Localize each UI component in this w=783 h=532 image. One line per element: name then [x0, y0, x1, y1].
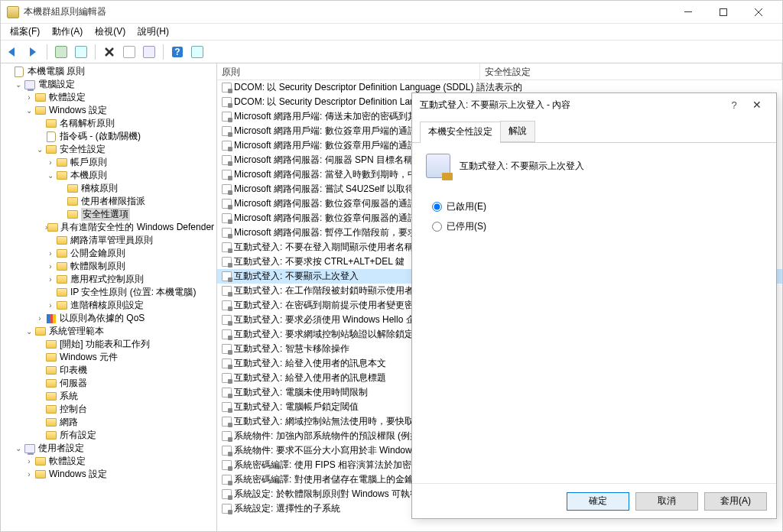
show-hide-tree-button[interactable] [72, 43, 90, 61]
policy-item-icon [220, 125, 232, 138]
menubar: 檔案(F) 動作(A) 檢視(V) 說明(H) [1, 24, 782, 41]
menu-help[interactable]: 說明(H) [132, 24, 175, 40]
svg-text:?: ? [174, 47, 180, 57]
app-icon [7, 6, 19, 18]
tree-user-config[interactable]: ⌄使用者設定 [2, 442, 216, 455]
apply-button[interactable]: 套用(A) [704, 492, 767, 511]
list-item-label: 互動式登入: 在工作階段被封鎖時顯示使用者資訊 [234, 284, 432, 297]
properties-dialog: 互動式登入: 不要顯示上次登入 - 內容 ? ✕ 本機安全性設定 解說 互動式登… [411, 92, 777, 519]
tree-pane[interactable]: 本機電腦 原則 ⌄電腦設定 ›軟體設定 ⌄Windows 設定 名稱解析原則 指… [1, 63, 217, 531]
tree-security-settings[interactable]: ⌄安全性設定 [2, 143, 216, 156]
tree-qos[interactable]: ›以原則為依據的 QoS [2, 312, 216, 325]
list-item-label: 互動式登入: 給登入使用者的訊息標題 [234, 371, 386, 384]
help-button[interactable]: ? [168, 43, 187, 61]
tree-admin-templates[interactable]: ⌄系統管理範本 [2, 325, 216, 338]
tree-software-settings-user[interactable]: ›軟體設定 [2, 455, 216, 468]
ok-button[interactable]: 確定 [567, 492, 629, 511]
tree-software-settings[interactable]: ›軟體設定 [2, 91, 216, 104]
tree-all-settings[interactable]: 所有設定 [2, 429, 216, 442]
radio-disabled[interactable]: 已停用(S) [432, 216, 762, 236]
titlebar: 本機群組原則編輯器 [1, 1, 782, 24]
policy-item-icon [220, 212, 232, 225]
back-button[interactable] [4, 43, 22, 61]
dialog-close-button[interactable]: ✕ [746, 99, 768, 111]
dialog-help-button[interactable]: ? [723, 99, 746, 111]
policy-item-icon [220, 372, 232, 384]
minimize-button[interactable] [671, 1, 706, 24]
policy-item-icon [220, 387, 232, 399]
export-button[interactable] [140, 43, 158, 61]
policy-item-icon [220, 183, 232, 196]
policy-item-icon [220, 96, 232, 109]
tree-printers[interactable]: 印表機 [2, 364, 216, 377]
policy-name-label: 互動式登入: 不要顯示上次登入 [460, 160, 584, 173]
dialog-body: 互動式登入: 不要顯示上次登入 已啟用(E) 已停用(S) [412, 143, 776, 483]
tree-computer-config[interactable]: ⌄電腦設定 [2, 78, 216, 91]
policy-item-icon [220, 430, 232, 443]
tree-win-components[interactable]: Windows 元件 [2, 351, 216, 364]
delete-button[interactable] [100, 43, 119, 61]
tree-system[interactable]: 系統 [2, 390, 216, 403]
list-item-label: 互動式登入: 智慧卡移除操作 [234, 342, 349, 355]
policy-item-icon [220, 329, 232, 341]
tree-windows-settings-user[interactable]: ›Windows 設定 [2, 468, 216, 481]
close-button[interactable] [741, 1, 776, 24]
policy-item-icon [220, 198, 232, 210]
policy-item-icon [220, 459, 232, 472]
toolbar-separator [47, 44, 47, 60]
filter-button[interactable] [188, 43, 206, 61]
tree-name-resolution[interactable]: 名稱解析原則 [2, 117, 216, 130]
svg-rect-0 [684, 11, 692, 12]
list-item-label: 互動式登入: 電腦未使用時間限制 [234, 386, 368, 399]
policy-item-icon [220, 474, 232, 486]
policy-item-icon [220, 401, 232, 414]
forward-button[interactable] [24, 43, 42, 61]
tree-adv-audit[interactable]: ›進階稽核原則設定 [2, 299, 216, 312]
col-security[interactable]: 安全性設定 [480, 63, 782, 79]
tree-user-rights[interactable]: 使用者權限指派 [2, 195, 216, 208]
radio-enabled[interactable]: 已啟用(E) [432, 196, 762, 216]
tab-local-security[interactable]: 本機安全性設定 [420, 122, 501, 143]
radio-enabled-input[interactable] [432, 202, 442, 212]
tree-public-key[interactable]: ›公開金鑰原則 [2, 247, 216, 260]
tree-network-list[interactable]: 網路清單管理員原則 [2, 234, 216, 247]
policy-item-icon [220, 154, 232, 167]
radio-disabled-input[interactable] [432, 222, 442, 232]
up-button[interactable] [52, 43, 70, 61]
svg-rect-1 [720, 8, 727, 15]
tree-scripts[interactable]: 指令碼 - (啟動/關機) [2, 130, 216, 143]
tree-local-policies[interactable]: ⌄本機原則 [2, 169, 216, 182]
tree-ip-security[interactable]: IP 安全性原則 (位置: 本機電腦) [2, 286, 216, 299]
tree-server[interactable]: 伺服器 [2, 377, 216, 390]
list-item-label: 互動式登入: 要求網域控制站驗證以解除鎖定工作站 [234, 328, 441, 341]
tree-account-policies[interactable]: ›帳戶原則 [2, 156, 216, 169]
policy-item-icon [220, 314, 232, 326]
list-item-label: 互動式登入: 不要在登入期間顯示使用者名稱 [234, 241, 414, 254]
menu-file[interactable]: 檔案(F) [4, 24, 46, 40]
dialog-tabs: 本機安全性設定 解說 [412, 116, 776, 143]
col-policy[interactable]: 原則 [217, 63, 480, 79]
tree-software-restrict[interactable]: ›軟體限制原則 [2, 260, 216, 273]
cancel-button[interactable]: 取消 [635, 492, 698, 511]
tree-security-options[interactable]: 安全性選項 [2, 208, 216, 221]
toolbar-separator [163, 44, 164, 60]
tree-start-menu[interactable]: [開始] 功能表和工作列 [2, 338, 216, 351]
list-item-label: 互動式登入: 不要求按 CTRL+ALT+DEL 鍵 [234, 255, 404, 268]
tree-adv-firewall[interactable]: ›具有進階安全性的 Windows Defender 防火牆 [2, 221, 216, 234]
radio-group: 已啟用(E) 已停用(S) [432, 196, 762, 236]
policy-item-icon [220, 227, 232, 239]
tree-audit-policy[interactable]: 稽核原則 [2, 182, 216, 195]
menu-action[interactable]: 動作(A) [46, 24, 89, 40]
tree-root[interactable]: 本機電腦 原則 [2, 65, 216, 78]
tab-explain[interactable]: 解說 [500, 121, 535, 142]
maximize-button[interactable] [706, 1, 741, 24]
policy-item-icon [220, 111, 232, 123]
policy-item-icon [220, 285, 232, 297]
tree-windows-settings[interactable]: ⌄Windows 設定 [2, 104, 216, 117]
menu-view[interactable]: 檢視(V) [89, 24, 132, 40]
tree-app-control[interactable]: ›應用程式控制原則 [2, 273, 216, 286]
properties-button[interactable] [120, 43, 138, 61]
tree-control-panel[interactable]: 控制台 [2, 403, 216, 416]
tree-network[interactable]: 網路 [2, 416, 216, 429]
policy-item-icon [220, 140, 232, 152]
